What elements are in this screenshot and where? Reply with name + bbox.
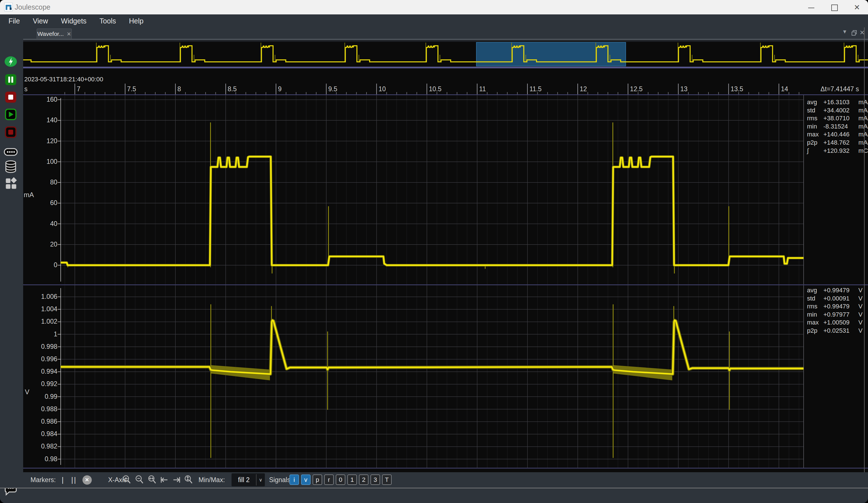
minimize-button[interactable] bbox=[803, 2, 819, 12]
x-tick-label: 12 bbox=[580, 85, 587, 93]
stat-cell: mA bbox=[858, 139, 868, 147]
x-tick-label: 11.5 bbox=[529, 85, 541, 93]
stat-cell: +120.932 bbox=[823, 147, 858, 155]
menu-item-help[interactable]: Help bbox=[129, 17, 143, 25]
y-tick-label: 0.984 bbox=[23, 430, 57, 438]
y-tick-label: 1.002 bbox=[23, 318, 57, 325]
menu-item-view[interactable]: View bbox=[33, 17, 48, 25]
stat-cell: mA bbox=[858, 106, 868, 115]
overview-strip[interactable] bbox=[23, 42, 868, 68]
stat-cell: avg bbox=[807, 286, 823, 295]
y-tick-label: 120 bbox=[23, 137, 57, 145]
signal-T-button[interactable]: T bbox=[382, 474, 392, 485]
lightning-icon bbox=[3, 54, 18, 69]
title-bar: Joulescope ✕ bbox=[0, 0, 868, 14]
zoom-in-button[interactable] bbox=[121, 474, 132, 486]
stat-row: p2p+148.762mA bbox=[807, 139, 865, 147]
jump-start-button[interactable] bbox=[159, 474, 170, 486]
x-tick-label: 8.5 bbox=[228, 85, 237, 93]
y-tick-label: 0 bbox=[23, 261, 57, 269]
float-dock-icon[interactable] bbox=[851, 30, 858, 37]
close-button[interactable]: ✕ bbox=[849, 2, 865, 12]
x-tick-label: 10.5 bbox=[429, 85, 442, 93]
tab-waveform[interactable]: Wavefor... ✕ bbox=[37, 29, 72, 39]
signal-v-button[interactable]: v bbox=[301, 474, 311, 485]
stat-cell: rms bbox=[807, 302, 823, 311]
add-dual-marker-button[interactable]: || bbox=[68, 474, 80, 486]
signal-3-button[interactable]: 3 bbox=[371, 474, 380, 485]
record-icon bbox=[3, 125, 18, 140]
skip-end-icon bbox=[172, 475, 181, 485]
device-pill-button[interactable] bbox=[3, 145, 18, 159]
y-tick-label: 100 bbox=[23, 158, 57, 165]
y-tick-label: 40 bbox=[23, 220, 57, 228]
signal-i-button[interactable]: i bbox=[289, 474, 299, 485]
signal-p-button[interactable]: p bbox=[312, 474, 322, 485]
x-tick-label: 14 bbox=[781, 85, 788, 93]
signal-1-button[interactable]: 1 bbox=[347, 474, 357, 485]
device-power-button[interactable] bbox=[3, 54, 18, 69]
main-menu-button[interactable] bbox=[3, 501, 18, 503]
stat-cell: rms bbox=[807, 114, 823, 123]
y-tick-label: 0.998 bbox=[23, 343, 57, 350]
maximize-button[interactable] bbox=[826, 2, 843, 12]
stat-row: min-8.31524mA bbox=[807, 123, 865, 131]
stat-row: p2p+0.02531V bbox=[807, 327, 865, 335]
waveform-toolbar: Markers: | || ✕ X-Axis: bbox=[0, 472, 868, 488]
stat-row: std+0.00091V bbox=[807, 295, 865, 303]
zoom-out-button[interactable] bbox=[134, 474, 145, 486]
zoom-all-button[interactable] bbox=[146, 474, 158, 486]
signal-r-button[interactable]: r bbox=[324, 474, 334, 485]
chevron-down-icon[interactable]: ▾ bbox=[843, 28, 846, 35]
pause-button[interactable] bbox=[3, 72, 18, 87]
stat-row: avg+0.99479V bbox=[807, 286, 865, 295]
y-zoom-icon bbox=[184, 475, 193, 485]
stat-cell: +34.4002 bbox=[823, 106, 858, 115]
widgets-button[interactable] bbox=[3, 176, 18, 191]
record-button[interactable] bbox=[3, 125, 18, 140]
menu-item-widgets[interactable]: Widgets bbox=[61, 17, 86, 25]
x-tick-label: 12.5 bbox=[630, 85, 643, 93]
widgets-grid-icon bbox=[3, 176, 18, 191]
y-tick-label: 20 bbox=[23, 240, 57, 248]
clear-markers-button[interactable]: ✕ bbox=[81, 474, 93, 486]
play-button[interactable] bbox=[3, 107, 18, 122]
jump-end-button[interactable] bbox=[171, 474, 182, 486]
current-plot[interactable] bbox=[23, 95, 868, 285]
stat-cell: max bbox=[807, 319, 823, 327]
tab-close-icon[interactable]: ✕ bbox=[66, 31, 71, 37]
window-right-border bbox=[864, 28, 865, 488]
y-tick-label: 0.988 bbox=[23, 405, 57, 413]
stat-cell: +38.0710 bbox=[823, 114, 858, 123]
signal-2-button[interactable]: 2 bbox=[359, 474, 369, 485]
x-tick-label: 13 bbox=[680, 85, 688, 93]
stat-cell: +0.00091 bbox=[823, 295, 858, 303]
voltage-plot[interactable] bbox=[23, 285, 868, 468]
stat-cell: std bbox=[807, 106, 823, 115]
sources-button[interactable] bbox=[3, 159, 18, 174]
stat-cell: mA bbox=[858, 123, 868, 131]
menu-item-tools[interactable]: Tools bbox=[100, 17, 116, 25]
hamburger-icon bbox=[3, 501, 18, 503]
stat-cell: +0.99479 bbox=[823, 302, 858, 311]
tab-bar: Wavefor... ✕ ▾ ✕ bbox=[23, 28, 868, 39]
current-stats-panel: avg+16.3103mAstd+34.4002mArms+38.0710mAm… bbox=[807, 98, 865, 155]
stat-cell: avg bbox=[807, 98, 823, 106]
stat-cell: mA bbox=[858, 98, 868, 106]
x-tick-label: 7 bbox=[77, 85, 81, 93]
stop-button[interactable] bbox=[3, 90, 18, 104]
min-max-dropdown[interactable]: fill 2 ∨ bbox=[231, 473, 265, 486]
y-zoom-button[interactable] bbox=[183, 474, 194, 486]
x-tick-label: 9.5 bbox=[328, 85, 338, 93]
menu-item-file[interactable]: File bbox=[9, 17, 20, 25]
database-icon bbox=[3, 159, 18, 174]
app-window: Joulescope ✕ FileViewWidgetsToolsHelp bbox=[0, 0, 868, 503]
zoom-all-icon bbox=[148, 475, 157, 485]
signal-0-button[interactable]: 0 bbox=[336, 474, 345, 485]
play-icon bbox=[3, 107, 18, 122]
stat-cell: +16.3103 bbox=[823, 98, 858, 106]
stat-cell: +148.762 bbox=[823, 139, 858, 147]
add-single-marker-button[interactable]: | bbox=[57, 474, 68, 486]
dual-marker-icon: || bbox=[71, 475, 77, 484]
y-tick-label: 0.986 bbox=[23, 418, 57, 425]
